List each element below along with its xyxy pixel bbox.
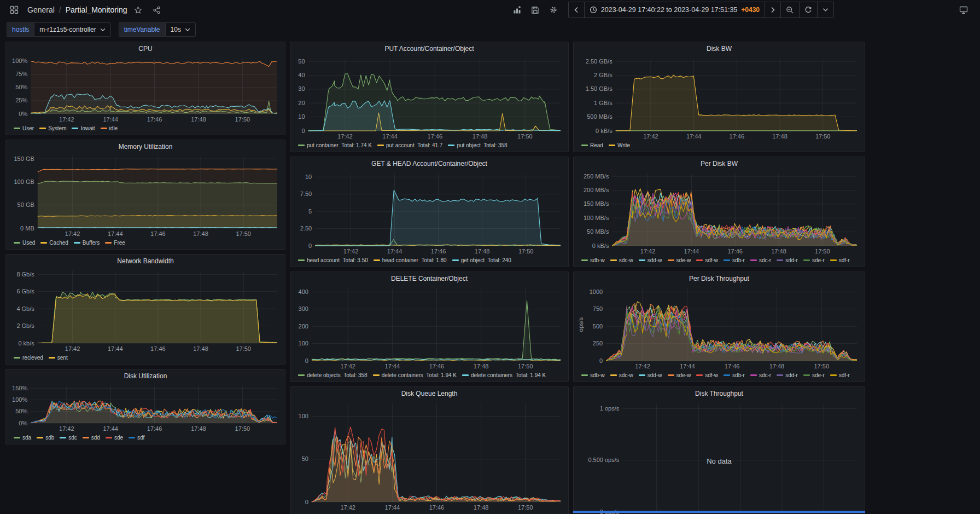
legend-item[interactable]: sdf	[129, 435, 144, 441]
legend-item[interactable]: recieved	[14, 355, 43, 361]
panel-title[interactable]: Disk Queue Length	[401, 390, 458, 397]
memory-chart[interactable]: 0 MB50 GB100 GB150 GB17:4217:4417:4617:4…	[9, 153, 282, 238]
chart-canvas[interactable]: 0 kb/s2 Gb/s4 Gb/s6 Gb/s8 Gb/s17:4217:44…	[9, 268, 282, 353]
chart-canvas[interactable]: 0%25%50%75%100%17:4217:4417:4617:4817:50	[9, 55, 282, 124]
legend-item[interactable]: sde-r	[803, 372, 825, 378]
legend-item[interactable]: put account Total: 41.7	[377, 142, 442, 148]
legend-item[interactable]: sdd-r	[777, 257, 798, 263]
panel-header[interactable]: DELETE Container/Object	[290, 272, 568, 285]
panel-title[interactable]: CPU	[138, 45, 152, 53]
chart-canvas[interactable]: 05010017:4217:4417:4617:4817:50	[294, 400, 565, 512]
panel-header[interactable]: Disk BW	[574, 42, 865, 55]
legend-item[interactable]: sdd-w	[639, 372, 662, 378]
legend-item[interactable]: Read	[581, 142, 603, 148]
legend-item[interactable]: Free	[105, 240, 125, 246]
add-panel-icon[interactable]	[510, 2, 525, 18]
chart-canvas[interactable]: 0250500750100017:4217:4417:4617:4817:50o…	[577, 285, 861, 371]
disk-utilization-chart[interactable]: 0%50%100%150%17:4217:4417:4617:4817:50	[9, 383, 282, 433]
chart-canvas[interactable]: 0%50%100%150%17:4217:4417:4617:4817:50	[9, 383, 282, 433]
panel-title[interactable]: Disk Throughput	[695, 390, 743, 397]
legend-item[interactable]: sde-w	[668, 372, 691, 378]
panel-title[interactable]: DELETE Container/Object	[391, 275, 468, 282]
legend-item[interactable]: sdb-w	[581, 257, 605, 263]
star-icon[interactable]	[131, 2, 146, 18]
chart-canvas[interactable]: 0 kB/s500 MB/s1 GB/s1.50 GB/s2 GB/s2.50 …	[577, 55, 861, 141]
panel-title[interactable]: Disk Utilization	[124, 372, 167, 380]
per-disk-throughput-chart[interactable]: 0250500750100017:4217:4417:4617:4817:50o…	[577, 285, 861, 371]
legend-item[interactable]: sdd-w	[639, 257, 662, 263]
delete-chart[interactable]: 010020030040017:4217:4417:4617:4817:50	[294, 285, 565, 371]
legend-item[interactable]: Used	[14, 240, 35, 246]
panel-title[interactable]: Per Disk Throughput	[689, 275, 749, 282]
legend-item[interactable]: head account Total: 3.50	[298, 257, 368, 263]
panel-header[interactable]: Per Disk BW	[574, 157, 865, 170]
settings-gear-icon[interactable]	[546, 2, 561, 18]
legend-item[interactable]: sda	[14, 435, 31, 441]
legend-item[interactable]: sdf-r	[830, 372, 850, 378]
disk-throughput-chart[interactable]: 0 ops/s0.500 ops/s1 ops/s17:4217:4417:46…	[577, 400, 861, 514]
refresh-icon[interactable]	[799, 2, 817, 18]
legend-item[interactable]: sde-r	[803, 257, 825, 263]
legend-item[interactable]: sent	[49, 355, 68, 361]
per-disk-bw-chart[interactable]: 0 kB/s50 MB/s100 MB/s150 MB/s200 MB/s250…	[577, 170, 861, 256]
panel-header[interactable]: Network Bandwidth	[6, 255, 285, 268]
legend-item[interactable]: sde-w	[668, 257, 691, 263]
panel-title[interactable]: Disk BW	[707, 45, 732, 53]
time-range-picker[interactable]: 2023-04-29 17:40:22 to 2023-04-29 17:51:…	[584, 2, 765, 18]
chart-canvas[interactable]: 0 kB/s50 MB/s100 MB/s150 MB/s200 MB/s250…	[577, 170, 861, 256]
legend-item[interactable]: User	[14, 125, 34, 131]
panel-header[interactable]: Memory Utilization	[6, 140, 285, 153]
panel-header[interactable]: Per Disk Throughput	[574, 272, 865, 285]
time-shift-forward-icon[interactable]	[765, 2, 780, 18]
legend-item[interactable]: sdd-r	[777, 372, 798, 378]
refresh-interval-dropdown[interactable]	[817, 2, 833, 18]
legend-item[interactable]: System	[39, 125, 66, 131]
legend-item[interactable]: delete objects Total: 358	[298, 372, 368, 378]
legend-item[interactable]: sdc-r	[750, 372, 771, 378]
legend-item[interactable]: sdd	[83, 435, 100, 441]
panel-title[interactable]: Per Disk BW	[701, 160, 738, 168]
zoom-out-icon[interactable]	[780, 2, 799, 18]
legend-item[interactable]: sdf-w	[696, 372, 718, 378]
legend-item[interactable]: Cached	[40, 240, 68, 246]
cpu-chart[interactable]: 0%25%50%75%100%17:4217:4417:4617:4817:50	[9, 55, 282, 124]
disk-queue-chart[interactable]: 05010017:4217:4417:4617:4817:50	[294, 400, 565, 512]
legend-item[interactable]: delete containers Total: 1.94 K	[373, 372, 457, 378]
panel-header[interactable]: GET & HEAD Account/Container/Object	[290, 157, 568, 170]
panel-header[interactable]: PUT Account/Container/Object	[290, 42, 568, 55]
time-shift-back-icon[interactable]	[569, 2, 584, 18]
panel-title[interactable]: Memory Utilization	[119, 143, 173, 151]
legend-item[interactable]: sde	[106, 435, 123, 441]
chart-canvas[interactable]: 010020030040017:4217:4417:4617:4817:50	[294, 285, 565, 371]
get-head-chart[interactable]: 02.5057.501017:4217:4417:4617:4817:50	[294, 170, 565, 256]
legend-item[interactable]: sdb-r	[724, 372, 745, 378]
legend-item[interactable]: put object Total: 358	[448, 142, 507, 148]
panel-header[interactable]: CPU	[6, 42, 285, 55]
chart-canvas[interactable]: 0 MB50 GB100 GB150 GB17:4217:4417:4617:4…	[9, 153, 282, 238]
legend-item[interactable]: sdb	[37, 435, 54, 441]
put-chart[interactable]: 0102030405017:4217:4417:4617:4817:50	[294, 55, 565, 141]
panel-header[interactable]: Disk Throughput	[574, 387, 865, 400]
dashboards-grid-icon[interactable]	[7, 2, 22, 18]
legend-item[interactable]: Write	[609, 142, 630, 148]
panel-header[interactable]: Disk Queue Length	[290, 387, 568, 400]
chart-canvas[interactable]: 0102030405017:4217:4417:4617:4817:50	[294, 55, 565, 141]
panel-title[interactable]: PUT Account/Container/Object	[384, 45, 474, 53]
share-icon[interactable]	[149, 2, 165, 18]
legend-item[interactable]: put container Total: 1.74 K	[298, 142, 372, 148]
chart-canvas[interactable]: 02.5057.501017:4217:4417:4617:4817:50	[294, 170, 565, 256]
legend-item[interactable]: sdc-r	[750, 257, 771, 263]
save-icon[interactable]	[528, 2, 543, 18]
legend-item[interactable]: head container Total: 1.80	[374, 257, 447, 263]
legend-item[interactable]: sdc-w	[610, 257, 633, 263]
kiosk-monitor-icon[interactable]	[956, 2, 971, 18]
panel-header[interactable]: Disk Utilization	[6, 369, 285, 383]
legend-item[interactable]: sdf-r	[830, 257, 850, 263]
legend-item[interactable]: sdb-w	[581, 372, 605, 378]
legend-item[interactable]: get object Total: 240	[452, 257, 511, 263]
variable-timevariable-dropdown[interactable]: 10s	[165, 22, 196, 37]
legend-item[interactable]: sdb-r	[724, 257, 745, 263]
variable-hostls-dropdown[interactable]: m-r1z1s5-controller	[34, 22, 110, 37]
legend-item[interactable]: Iowait	[72, 125, 95, 131]
breadcrumb-root[interactable]: General	[27, 5, 55, 14]
